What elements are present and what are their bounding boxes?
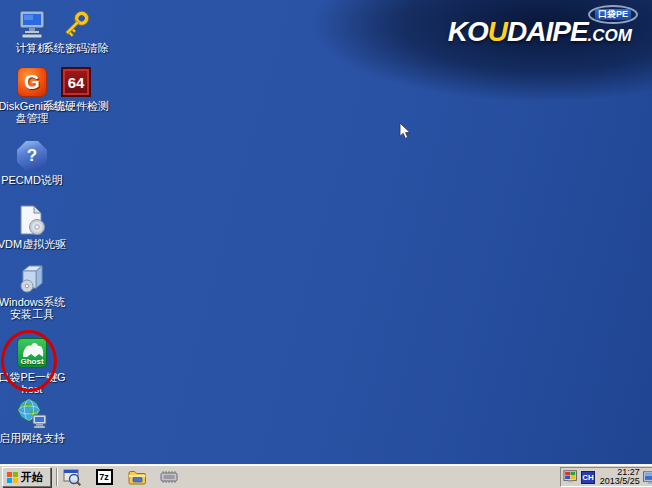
taskbar: 开始 7z [0, 464, 652, 488]
desktop-icon-label: 系统密码清除 [43, 42, 109, 54]
document-disc-icon [16, 204, 48, 236]
logo-badge-ellipse: 口袋PE [588, 5, 638, 24]
folder-icon [127, 467, 147, 487]
desktop-icon-pecmd-help[interactable]: ? PECMD说明 [0, 140, 68, 186]
seven-zip-icon: 7z [96, 469, 113, 485]
screen-tool-button[interactable] [61, 467, 83, 487]
mouse-cursor [399, 122, 411, 144]
desktop-icon-hardware-detect[interactable]: 64 系统硬件检测 [40, 66, 112, 112]
desktop: KOUDAIPE.COM 口袋PE 计算机 [0, 0, 652, 488]
desktop-icon-windows-install[interactable]: Windows系统安装工具 [0, 262, 68, 320]
start-button[interactable]: 开始 [2, 467, 51, 487]
desktop-icon-password-clear[interactable]: 系统密码清除 [40, 8, 112, 54]
desktop-icon-label: 口袋PE一键Ghost [0, 371, 68, 395]
key-icon [60, 8, 92, 40]
file-manager-button[interactable] [126, 467, 148, 487]
ghost-icon: Ghost [16, 337, 48, 369]
ram-chip-icon [158, 467, 180, 487]
taskbar-clock[interactable]: 21:27 2013/5/25 [598, 468, 640, 486]
desktop-icon-label: VDM虚拟光驱 [0, 238, 66, 250]
language-indicator[interactable]: CH [581, 471, 595, 484]
site-logo: KOUDAIPE.COM 口袋PE [448, 16, 632, 48]
ramdisk-button[interactable] [158, 467, 180, 487]
display-settings-icon[interactable] [563, 470, 578, 484]
desktop-icon-virtual-cdrom[interactable]: VDM虚拟光驱 [0, 204, 68, 250]
windows-logo-icon [7, 472, 18, 483]
desktop-icon-label: 系统硬件检测 [43, 100, 109, 112]
globe-network-icon [16, 398, 48, 430]
desktop-icon-label: Windows系统安装工具 [0, 296, 68, 320]
desktop-icon-ghost[interactable]: Ghost 口袋PE一键Ghost [0, 337, 68, 395]
logo-badge: 口袋PE [595, 9, 631, 20]
desktop-icon-network[interactable]: 启用网络支持 [0, 398, 68, 444]
hardware-64-icon: 64 [60, 66, 92, 98]
start-button-label: 开始 [21, 470, 43, 485]
desktop-icon-label: 启用网络支持 [0, 432, 65, 444]
clock-date: 2013/5/25 [598, 477, 640, 486]
screen-magnifier-icon [62, 467, 82, 487]
pecmd-question-icon: ? [16, 140, 48, 172]
logo-accent-letter: U [488, 16, 507, 47]
taskbar-divider [56, 468, 58, 486]
install-box-icon [16, 262, 48, 294]
system-tray: CH 21:27 2013/5/25 [560, 467, 652, 487]
seven-zip-button[interactable]: 7z [93, 467, 115, 487]
show-desktop-icon[interactable] [643, 471, 652, 484]
desktop-icon-label: PECMD说明 [1, 174, 63, 186]
